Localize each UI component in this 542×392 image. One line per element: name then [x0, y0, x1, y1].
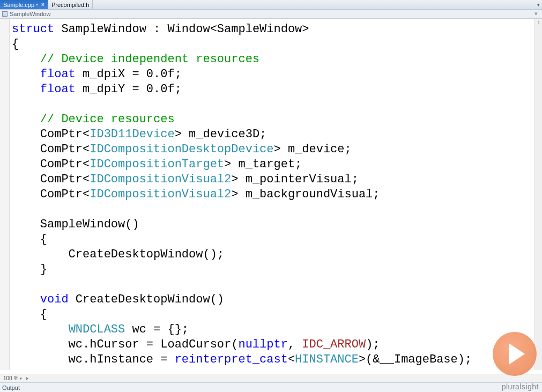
tab-label: Precompiled.h [51, 2, 89, 8]
tab-overflow-dropdown[interactable]: ▾ [534, 0, 542, 10]
zoom-level[interactable]: 100 % [3, 375, 18, 381]
code-editor: struct SampleWindow : Window<SampleWindo… [0, 18, 542, 370]
chevron-down-icon[interactable]: ▾ [534, 10, 538, 17]
split-icon[interactable]: ↕ [536, 20, 541, 25]
struct-icon [2, 11, 8, 17]
play-icon[interactable] [493, 332, 537, 376]
tab-label: Sample.cpp [3, 2, 34, 8]
chevron-down-icon: ▾ [36, 2, 38, 7]
output-panel-header[interactable]: Output [0, 382, 542, 392]
chevron-down-icon[interactable]: ▾ [20, 376, 22, 381]
code-content[interactable]: struct SampleWindow : Window<SampleWindo… [10, 19, 534, 370]
breadcrumb-item[interactable]: SampleWindow [10, 11, 50, 17]
vertical-scrollbar[interactable]: ↕ [534, 19, 542, 370]
output-label: Output [2, 384, 20, 391]
horizontal-scroll-arrow-icon[interactable] [26, 377, 29, 380]
tab-sample-cpp[interactable]: Sample.cpp ▾ × [0, 0, 48, 9]
editor-gutter [0, 19, 10, 370]
close-icon[interactable]: × [41, 2, 44, 8]
brand-logo: pluralsight [502, 382, 539, 391]
editor-status-bar: 100 % ▾ [0, 374, 542, 382]
document-tab-bar: Sample.cpp ▾ × Precompiled.h ▾ [0, 0, 542, 10]
navigation-breadcrumb: SampleWindow ▾ [0, 10, 542, 18]
tab-precompiled-h[interactable]: Precompiled.h [48, 0, 93, 9]
